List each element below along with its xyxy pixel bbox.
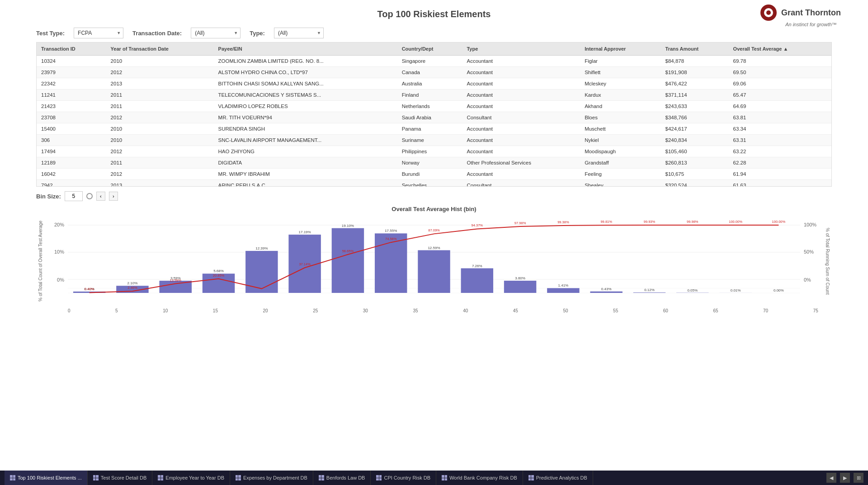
table-row[interactable]: 12189 2011 DIGIDATA Norway Other Profess… [37,157,831,169]
tab-label-tab7: World Bank Company Risk DB [449,475,517,480]
svg-text:20%: 20% [54,222,64,227]
transaction-date-select-wrapper[interactable]: (All) [191,28,241,38]
cell-avg: 69.50 [729,67,831,78]
chart-inner: 20% 10% 0% 100% 50% 0% 0.40%2.10%3.59%5.… [50,216,818,306]
test-type-select-wrapper[interactable]: FCPA [74,28,123,38]
cell-payee: HAO ZHIYONG [214,146,397,157]
table-body: 10324 2010 ZOOMLION ZAMBIA LIMITED (REG.… [37,56,831,187]
cell-approver: Muschett [580,123,660,135]
cell-avg: 63.34 [729,123,831,135]
table-header-row: Transaction ID Year of Transaction Date … [37,42,831,56]
tab-tab8[interactable]: Predictive Analytics DB [523,471,593,485]
tab-grid-icon [442,475,447,480]
type-select[interactable]: (All) [274,28,324,38]
tab-tab5[interactable]: Benfords Law DB [313,471,371,485]
cell-amount: $424,617 [661,123,729,135]
tab-tab6[interactable]: CPI Country Risk DB [371,471,436,485]
bin-prev-button[interactable]: ‹ [96,192,105,201]
cell-year: 2012 [106,169,214,180]
cell-approver: Grandstaff [580,157,660,169]
test-type-select[interactable]: FCPA [74,28,123,38]
x-label-35: 35 [413,308,418,313]
table-row[interactable]: 21423 2011 VLADIMIRO LOPEZ ROBLES Nether… [37,101,831,112]
x-label-40: 40 [463,308,468,313]
cell-country: Burundi [397,169,462,180]
x-label-75: 75 [813,308,818,313]
cell-payee: ALSTOM HYDRO CHINA CO., LTD*97 [214,67,397,78]
cell-country: Australia [397,78,462,89]
type-select-wrapper[interactable]: (All) [274,28,324,38]
header: Top 100 Riskiest Elements Grant Thornton… [0,0,868,24]
col-type: Type [462,42,580,56]
tab-label-tab2: Test Score Detail DB [101,475,146,480]
cell-approver: Bloes [580,112,660,123]
cell-type: Other Professional Services [462,157,580,169]
cell-id: 11241 [37,89,106,101]
cell-approver: Moodispaugh [580,146,660,157]
cell-avg: 62.28 [729,157,831,169]
cell-payee: ZOOMLION ZAMBIA LIMITED (REG. NO. 8... [214,56,397,67]
bin-size-input[interactable] [65,191,83,201]
table-row[interactable]: 23979 2012 ALSTOM HYDRO CHINA CO., LTD*9… [37,67,831,78]
cell-type: Accountant [462,169,580,180]
tab-tab1[interactable]: Top 100 Riskiest Elements ... [5,471,88,485]
cell-avg: 61.63 [729,180,831,187]
bottom-next-btn[interactable]: ▶ [840,473,850,483]
cell-approver: Figlar [580,56,660,67]
tab-icon-tab3 [158,475,163,480]
cell-id: 306 [37,135,106,146]
tab-icon-tab7 [442,475,447,480]
table-row[interactable]: 23708 2012 MR. TITH VOEURN*94 Saudi Arab… [37,112,831,123]
data-table: Transaction ID Year of Transaction Date … [37,42,831,187]
logo-name: Grant Thornton [781,8,841,18]
table-row[interactable]: 11241 2011 TELECOMUNICACIONES Y SISTEMAS… [37,89,831,101]
cell-amount: $10,675 [661,169,729,180]
bottom-grid-btn[interactable]: ⊞ [854,473,863,483]
tab-tab7[interactable]: World Bank Company Risk DB [436,471,523,485]
page-title: Top 100 Riskiest Elements [377,9,491,19]
x-label-45: 45 [513,308,518,313]
table-row[interactable]: 306 2010 SNC-LAVALIN AIRPORT MANAGAEMENT… [37,135,831,146]
cell-type: Accountant [462,146,580,157]
tab-icon-tab5 [319,475,324,480]
tab-label-tab1: Top 100 Riskiest Elements ... [18,475,82,480]
cell-year: 2010 [106,56,214,67]
table-row[interactable]: 22342 2013 BITTOHIN CHASI SOMAJ KALLYAN … [37,78,831,89]
cell-payee: ARINC PERU S.A.C. [214,180,397,187]
tab-tab3[interactable]: Employee Year to Year DB [152,471,230,485]
tab-label-tab4: Expenses by Department DB [243,475,307,480]
cell-type: Accountant [462,56,580,67]
table-row[interactable]: 15400 2010 SURENDRA SINGH Panama Account… [37,123,831,135]
transaction-date-select[interactable]: (All) [191,28,241,38]
cell-avg: 63.81 [729,112,831,123]
tab-grid-icon [158,475,163,480]
bin-next-button[interactable]: › [109,192,118,201]
cell-payee: SNC-LAVALIN AIRPORT MANAGAEMENT... [214,135,397,146]
cell-country: Philippines [397,146,462,157]
bin-size-row: Bin Size: ‹ › [0,187,868,206]
table-row[interactable]: 16042 2012 MR. WIMPY IBRAHIM Burundi Acc… [37,169,831,180]
tab-label-tab6: CPI Country Risk DB [384,475,430,480]
bottom-tabs: Top 100 Riskiest Elements ...Test Score … [0,471,868,485]
cell-year: 2012 [106,112,214,123]
col-approver: Internal Approver [580,42,660,56]
tab-tab4[interactable]: Expenses by Department DB [230,471,313,485]
cell-payee: TELECOMUNICACIONES Y SISTEMAS S... [214,89,397,101]
tabs-container: Top 100 Riskiest Elements ...Test Score … [5,471,593,485]
col-payee: Payee/EIN [214,42,397,56]
cell-type: Consultant [462,112,580,123]
bottom-prev-btn[interactable]: ◀ [826,473,836,483]
table-row[interactable]: 17494 2012 HAO ZHIYONG Philippines Accou… [37,146,831,157]
table-row[interactable]: 7942 2013 ARINC PERU S.A.C. Seychelles C… [37,180,831,187]
bin-radio-btn[interactable] [86,193,93,199]
table-row[interactable]: 10324 2010 ZOOMLION ZAMBIA LIMITED (REG.… [37,56,831,67]
cell-country: Norway [397,157,462,169]
cell-year: 2011 [106,101,214,112]
cell-country: Seychelles [397,180,462,187]
cell-payee: MR. TITH VOEURN*94 [214,112,397,123]
tab-tab2[interactable]: Test Score Detail DB [88,471,152,485]
cell-id: 7942 [37,180,106,187]
x-label-60: 60 [663,308,668,313]
cell-amount: $476,422 [661,78,729,89]
x-label-20: 20 [263,308,268,313]
